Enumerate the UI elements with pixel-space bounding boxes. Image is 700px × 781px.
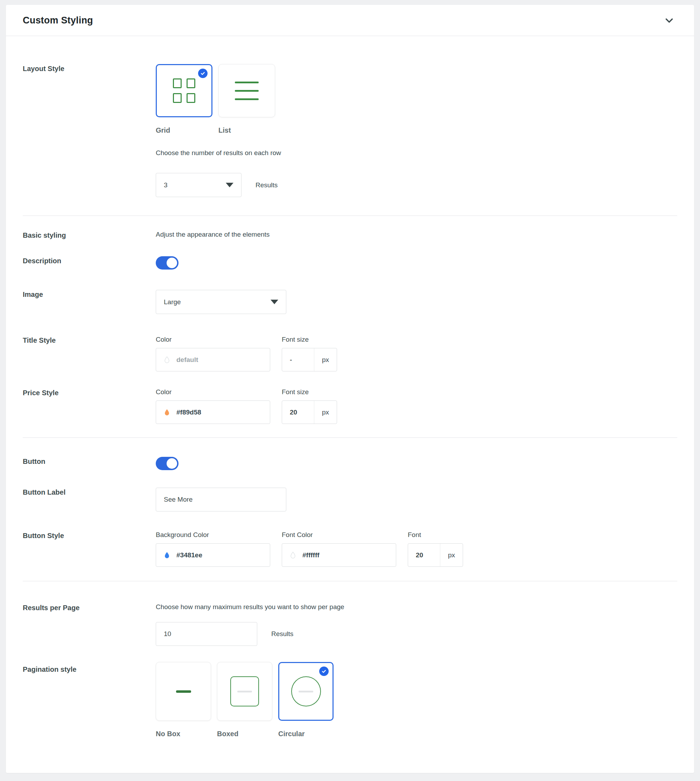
selected-check-badge <box>198 68 208 78</box>
color-droplet-icon <box>163 551 171 559</box>
pagination-style-label: Pagination style <box>23 666 76 673</box>
results-suffix-label: Results <box>255 181 278 189</box>
button-font-size-input[interactable]: 20 px <box>408 543 463 567</box>
results-per-row-help: Choose the number of results on each row <box>156 149 677 157</box>
layout-style-options <box>156 64 677 117</box>
circular-pagination-icon <box>291 676 321 706</box>
pagination-option-boxed[interactable] <box>217 662 272 721</box>
nobox-pagination-icon <box>176 690 191 693</box>
select-caret-icon <box>226 183 233 187</box>
color-droplet-icon <box>289 551 297 559</box>
price-style-label: Price Style <box>23 389 58 397</box>
chevron-down-icon <box>663 14 675 26</box>
button-bg-color-picker[interactable]: #3481ee <box>156 543 270 567</box>
description-row: Description <box>23 256 677 271</box>
button-label-input[interactable]: See More <box>156 487 286 511</box>
price-font-size-field: Font size 20 px <box>282 388 337 424</box>
results-per-page-row: Results per Page Choose how many maximum… <box>23 603 677 646</box>
button-style-label: Button Style <box>23 532 64 539</box>
title-color-picker[interactable]: default <box>156 348 270 371</box>
results-per-row-select[interactable]: 3 <box>156 173 242 197</box>
pagination-option-circular[interactable] <box>278 662 333 721</box>
button-style-row: Button Style Background Color #3481ee <box>23 531 677 567</box>
basic-styling-label: Basic styling <box>23 231 66 239</box>
results-suffix-label: Results <box>271 630 293 638</box>
custom-styling-panel: Custom Styling Layout Style <box>6 5 694 773</box>
collapse-panel-button[interactable] <box>661 12 677 28</box>
button-bg-color-value: #3481ee <box>177 551 202 559</box>
basic-styling-description: Adjust the appearance of the elements <box>156 231 677 239</box>
image-size-select[interactable]: Large <box>156 290 286 314</box>
price-color-label: Color <box>156 388 270 396</box>
panel-title: Custom Styling <box>23 15 93 26</box>
button-bg-color-label: Background Color <box>156 531 270 539</box>
button-bg-color-field: Background Color #3481ee <box>156 531 270 567</box>
toggle-knob <box>167 458 177 469</box>
description-label: Description <box>23 257 61 265</box>
button-font-size-label: Font <box>408 531 463 539</box>
title-style-row: Title Style Color default <box>23 336 677 371</box>
layout-style-row: Layout Style <box>23 64 677 197</box>
settings-page: Custom Styling Layout Style <box>0 0 700 781</box>
px-unit-label: px <box>314 401 337 424</box>
title-font-size-value: - <box>282 348 314 371</box>
title-font-size-input[interactable]: - px <box>282 348 337 371</box>
results-per-page-help: Choose how many maximum results you want… <box>156 603 677 611</box>
price-color-field: Color #f89d58 <box>156 388 270 424</box>
basic-styling-row: Basic styling Adjust the appearance of t… <box>23 231 677 239</box>
title-font-size-field: Font size - px <box>282 336 337 371</box>
price-font-size-label: Font size <box>282 388 337 396</box>
price-font-size-value: 20 <box>282 401 314 424</box>
pagination-options <box>156 662 677 721</box>
results-per-page-input[interactable]: 10 <box>156 622 257 646</box>
color-droplet-icon <box>163 408 171 417</box>
button-label-label: Button Label <box>23 488 65 496</box>
price-font-size-input[interactable]: 20 px <box>282 401 337 424</box>
section-divider <box>23 581 677 581</box>
results-per-page-label: Results per Page <box>23 604 80 612</box>
px-unit-label: px <box>440 544 463 566</box>
section-divider <box>23 437 677 438</box>
image-row: Image Large <box>23 290 677 314</box>
image-label: Image <box>23 290 43 298</box>
button-label-row: Button Label See More <box>23 487 677 511</box>
section-divider <box>23 215 677 216</box>
title-color-value: default <box>177 356 198 364</box>
title-color-label: Color <box>156 336 270 344</box>
price-color-picker[interactable]: #f89d58 <box>156 401 270 424</box>
toggle-knob <box>167 258 177 268</box>
button-label: Button <box>23 457 45 465</box>
check-icon <box>200 70 206 76</box>
button-font-size-field: Font 20 px <box>408 531 463 567</box>
grid-layout-icon <box>173 78 195 103</box>
pagination-style-row: Pagination style <box>23 662 677 738</box>
results-per-page-value: 10 <box>164 630 171 638</box>
image-size-value: Large <box>164 298 181 306</box>
grid-option-label: Grid <box>156 126 212 134</box>
boxed-pagination-icon <box>230 676 259 706</box>
button-label-value: See More <box>164 496 192 503</box>
nobox-option-label: No Box <box>156 730 211 738</box>
button-font-color-label: Font Color <box>282 531 396 539</box>
price-style-row: Price Style Color #f89d58 <box>23 388 677 424</box>
button-toggle[interactable] <box>156 457 178 470</box>
button-font-size-value: 20 <box>408 544 440 566</box>
layout-option-grid[interactable] <box>156 64 212 117</box>
pagination-option-nobox[interactable] <box>156 662 211 721</box>
price-color-value: #f89d58 <box>177 409 201 416</box>
button-font-color-picker[interactable]: #ffffff <box>282 543 396 567</box>
circular-option-label: Circular <box>278 730 333 738</box>
description-toggle[interactable] <box>156 256 178 270</box>
layout-option-list[interactable] <box>218 64 275 117</box>
list-layout-icon <box>235 82 258 100</box>
panel-header: Custom Styling <box>6 5 694 36</box>
button-row: Button <box>23 457 677 472</box>
title-style-label: Title Style <box>23 336 56 344</box>
button-font-color-value: #ffffff <box>302 551 320 559</box>
list-option-label: List <box>218 126 275 134</box>
selected-check-badge <box>319 666 328 676</box>
title-font-size-label: Font size <box>282 336 337 344</box>
color-droplet-icon <box>163 355 171 364</box>
panel-body: Layout Style <box>6 36 694 773</box>
select-caret-icon <box>270 300 278 304</box>
